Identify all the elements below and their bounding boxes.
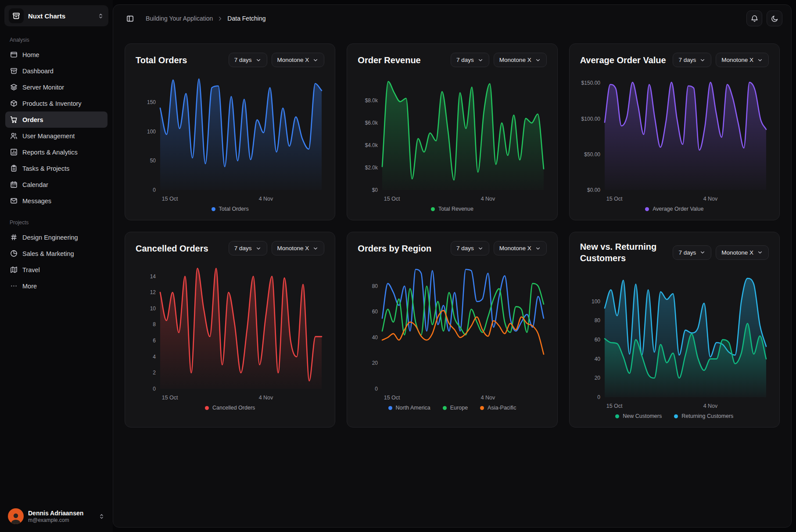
chevrons-up-down-icon: [97, 13, 104, 19]
sidebar-toggle-button[interactable]: [122, 11, 138, 26]
archive-icon: [10, 67, 18, 75]
range-select-button[interactable]: 7 days: [451, 53, 489, 67]
range-select-button-label: 7 days: [678, 249, 696, 256]
main-header: Building Your Application Data Fetching: [113, 5, 791, 32]
chart-plot: $0.00$50.00$100.00$150.0015 Oct4 Nov: [580, 71, 769, 205]
interpolation-select-button-label: Monotone X: [499, 57, 531, 63]
sidebar-item-home[interactable]: Home: [5, 47, 108, 63]
sidebar-item-more[interactable]: More: [5, 278, 108, 294]
sidebar-item-server-monitor[interactable]: Server Monitor: [5, 79, 108, 95]
map-icon: [10, 266, 18, 273]
legend-label: Europe: [450, 405, 468, 411]
range-select-button[interactable]: 7 days: [229, 241, 267, 255]
pie-chart-icon: [10, 250, 18, 257]
sidebar-item-dashboard[interactable]: Dashboard: [5, 63, 108, 79]
legend-item-total-revenue: Total Revenue: [431, 206, 473, 212]
sidebar-nav: AnalysisHomeDashboardServer MonitorProdu…: [4, 26, 108, 505]
sidebar-item-calendar[interactable]: Calendar: [5, 176, 108, 193]
mail-icon: [10, 197, 18, 205]
chevron-down-icon: [312, 57, 319, 63]
sidebar-item-label: Travel: [22, 266, 40, 273]
interpolation-select-button[interactable]: Monotone X: [272, 53, 325, 67]
legend-item-north-america: North America: [388, 405, 430, 411]
theme-toggle-button[interactable]: [767, 11, 782, 26]
interpolation-select-button[interactable]: Monotone X: [494, 241, 547, 255]
range-select-button[interactable]: 7 days: [673, 245, 711, 260]
calendar-icon: [10, 181, 18, 188]
sidebar-item-products-inventory[interactable]: Products & Inventory: [5, 95, 108, 111]
sidebar-item-travel[interactable]: Travel: [5, 262, 108, 278]
svg-text:4 Nov: 4 Nov: [481, 395, 495, 401]
interpolation-select-button[interactable]: Monotone X: [716, 245, 769, 260]
sidebar-item-sales-marketing[interactable]: Sales & Marketing: [5, 245, 108, 262]
sidebar-item-label: Sales & Marketing: [22, 250, 74, 257]
sidebar-item-reports-analytics[interactable]: Reports & Analytics: [5, 144, 108, 160]
sidebar-item-design-engineering[interactable]: Design Engineering: [5, 229, 108, 245]
chevron-down-icon: [699, 249, 706, 255]
card-header: Cancelled Orders7 daysMonotone X: [136, 241, 324, 255]
chart-title: Order Revenue: [358, 54, 446, 66]
chart-card-new-vs-returning-customers: New vs. Returning Customers7 daysMonoton…: [569, 232, 780, 428]
chevron-down-icon: [757, 57, 763, 63]
chart-card-order-revenue: Order Revenue7 daysMonotone X$0$2.0k$4.0…: [347, 43, 557, 220]
svg-text:0: 0: [153, 386, 156, 392]
svg-text:4: 4: [153, 354, 156, 360]
svg-text:50: 50: [150, 158, 156, 164]
app-name: Nuxt Charts: [28, 12, 93, 20]
svg-text:40: 40: [594, 356, 600, 362]
chevron-down-icon: [757, 249, 763, 255]
svg-text:$50.00: $50.00: [584, 151, 600, 158]
range-select-button[interactable]: 7 days: [229, 53, 267, 67]
range-select-button[interactable]: 7 days: [451, 241, 489, 255]
chevron-down-icon: [312, 245, 319, 252]
pie-chart-icon: [10, 250, 18, 257]
chart-plot: $0$2.0k$4.0k$6.0k$8.0k15 Oct4 Nov: [358, 71, 546, 205]
sidebar-item-messages[interactable]: Messages: [5, 193, 108, 209]
user-menu[interactable]: Dennis Adriaansen m@example.com: [4, 505, 108, 528]
legend-item-cancelled-orders: Cancelled Orders: [205, 405, 255, 411]
sidebar-item-orders[interactable]: Orders: [5, 111, 108, 128]
interpolation-select-button[interactable]: Monotone X: [272, 241, 325, 255]
legend-dot-icon: [674, 414, 678, 418]
range-select-button[interactable]: 7 days: [673, 53, 711, 67]
sidebar-item-label: Home: [22, 51, 39, 58]
svg-text:150: 150: [147, 99, 156, 105]
svg-text:0: 0: [375, 386, 378, 392]
chart-legend: Total Revenue: [358, 206, 546, 212]
layers-icon: [10, 83, 18, 91]
chevron-down-icon: [255, 245, 262, 252]
ellipsis-icon: [10, 282, 18, 290]
interpolation-select-button[interactable]: Monotone X: [494, 53, 547, 67]
chart-legend: North AmericaEuropeAsia-Pacific: [358, 405, 546, 411]
ellipsis-icon: [10, 282, 18, 290]
svg-text:100: 100: [592, 298, 600, 305]
chevron-down-icon: [757, 57, 763, 63]
interpolation-select-button[interactable]: Monotone X: [716, 53, 769, 67]
sidebar-item-label: User Management: [22, 133, 75, 140]
sidebar-item-label: Calendar: [22, 181, 48, 188]
legend-label: New Customers: [623, 413, 662, 419]
svg-text:6: 6: [153, 338, 156, 344]
sidebar-item-user-management[interactable]: User Management: [5, 128, 108, 144]
legend-dot-icon: [205, 406, 209, 410]
svg-text:80: 80: [594, 317, 600, 324]
legend-label: Average Order Value: [653, 206, 703, 212]
svg-text:2: 2: [153, 370, 156, 376]
moon-icon: [771, 15, 778, 22]
chevron-down-icon: [535, 57, 541, 63]
breadcrumb-parent[interactable]: Building Your Application: [146, 15, 213, 22]
sidebar-item-label: Server Monitor: [22, 84, 64, 91]
svg-text:15 Oct: 15 Oct: [606, 196, 622, 202]
chart-title: Average Order Value: [580, 54, 669, 66]
header-actions: [746, 11, 782, 26]
sidebar-item-tasks-projects[interactable]: Tasks & Projects: [5, 160, 108, 176]
breadcrumb-current: Data Fetching: [227, 15, 265, 22]
workspace-switcher[interactable]: Nuxt Charts: [4, 5, 108, 26]
svg-text:$6.0k: $6.0k: [365, 120, 378, 126]
sidebar-item-label: Messages: [22, 198, 51, 205]
svg-text:15 Oct: 15 Oct: [162, 395, 178, 401]
notifications-button[interactable]: [746, 11, 762, 26]
app-window-icon: [10, 51, 18, 58]
chevron-down-icon: [477, 57, 484, 63]
svg-text:20: 20: [372, 360, 378, 366]
